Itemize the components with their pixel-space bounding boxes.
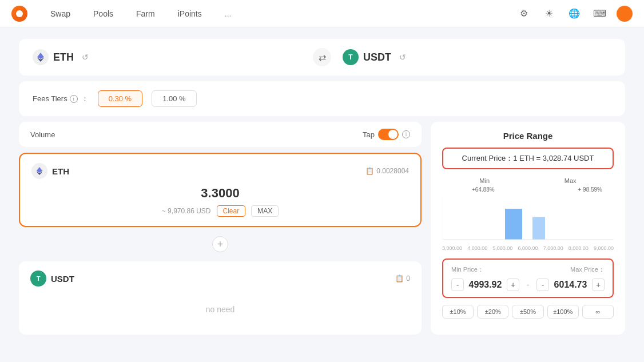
add-icon[interactable]: + <box>212 236 228 252</box>
usdt-input-token-name: USDT <box>51 274 74 284</box>
price-divider: - <box>524 279 532 291</box>
nav-farm[interactable]: Farm <box>136 9 155 18</box>
price-range-title: Price Range <box>442 131 614 141</box>
tap-toggle-wrapper: Tap i <box>363 129 410 140</box>
keyboard-icon[interactable]: ⌨ <box>591 6 607 22</box>
chart-min-label: Min <box>479 177 490 184</box>
clear-button[interactable]: Clear <box>217 205 246 217</box>
price-inputs-box: Min Price： Max Price： - 4993.92 + - - 60… <box>442 258 614 298</box>
volume-label: Volume <box>30 130 55 139</box>
eth-input-footer: ~ 9,970.86 USD Clear MAX <box>31 205 409 217</box>
navbar-right: ⚙ ☀ 🌐 ⌨ <box>516 6 633 22</box>
fee-030-button[interactable]: 0.30 % <box>98 90 142 107</box>
theme-icon[interactable]: ☀ <box>541 6 557 22</box>
nav-swap[interactable]: Swap <box>50 9 70 18</box>
fees-label: Fees Tiers i ： <box>33 94 89 104</box>
price-input-row: - 4993.92 + - - 6014.73 + <box>451 279 605 291</box>
eth-input-header: ETH 📋 0.0028004 <box>31 163 409 179</box>
language-icon[interactable]: 🌐 <box>566 6 582 22</box>
min-price-value[interactable]: 4993.92 <box>467 280 503 290</box>
left-panel: Volume Tap i <box>19 122 422 335</box>
svg-marker-1 <box>37 53 44 59</box>
max-button[interactable]: MAX <box>251 205 279 217</box>
max-price-increase-button[interactable]: + <box>592 279 605 291</box>
nav-ipoints[interactable]: iPoints <box>178 9 202 18</box>
usdt-icon: T <box>343 49 359 65</box>
eth-input-icon <box>31 163 47 179</box>
token2-refresh-icon[interactable]: ↺ <box>399 53 406 62</box>
range-50-button[interactable]: ±50% <box>512 305 543 319</box>
lower-section: Volume Tap i <box>19 122 625 335</box>
token1-name: ETH <box>53 51 74 63</box>
eth-input-card: ETH 📋 0.0028004 3.3000 ~ 9,970.86 USD Cl… <box>19 153 422 227</box>
fees-card: Fees Tiers i ： 0.30 % 1.00 % <box>19 81 625 116</box>
min-price-label: Min Price： <box>451 265 484 274</box>
max-price-side: - 6014.73 + <box>536 279 605 291</box>
eth-token-info: ETH <box>31 163 69 179</box>
main-content: ETH ↺ ⇄ T USDT ↺ Fees Tiers i ： 0.30 % 1… <box>0 27 644 362</box>
usdt-input-icon: T <box>30 270 46 287</box>
max-price-decrease-button[interactable]: - <box>536 279 549 291</box>
nav-links: Swap Pools Farm iPoints ... <box>50 9 493 18</box>
token2-item: T USDT ↺ <box>343 49 611 65</box>
fees-info-icon[interactable]: i <box>70 95 78 103</box>
price-inputs-header: Min Price： Max Price： <box>451 265 605 274</box>
range-inf-button[interactable]: ∞ <box>582 305 614 319</box>
eth-balance: 📋 0.0028004 <box>365 167 409 175</box>
price-chart-svg <box>442 196 614 244</box>
bar1-percent-label: +64.88% <box>472 186 495 193</box>
usdt-balance: 📋 0 <box>395 275 410 283</box>
range-100-button[interactable]: ±100% <box>547 305 579 319</box>
nav-pools[interactable]: Pools <box>93 9 113 18</box>
bar2-percent-label: + 98.59% <box>578 186 602 193</box>
svg-marker-3 <box>37 167 43 173</box>
token1-item: ETH ↺ <box>33 49 301 65</box>
chart-area: +64.88% + 98.59% <box>442 186 614 255</box>
svg-rect-7 <box>505 209 522 240</box>
min-price-decrease-button[interactable]: - <box>451 279 464 291</box>
usdt-input-header: T USDT 📋 0 <box>30 270 410 287</box>
eth-input-token-name: ETH <box>52 166 69 176</box>
avatar[interactable] <box>617 6 633 22</box>
min-price-increase-button[interactable]: + <box>507 279 519 291</box>
token-pair-card: ETH ↺ ⇄ T USDT ↺ <box>19 39 625 75</box>
eth-icon <box>33 49 49 65</box>
range-10-button[interactable]: ±10% <box>442 305 474 319</box>
usdt-input-card: T USDT 📋 0 no need <box>19 261 422 335</box>
navbar: Swap Pools Farm iPoints ... ⚙ ☀ 🌐 ⌨ <box>0 0 644 27</box>
svg-rect-8 <box>532 217 545 239</box>
min-price-side: - 4993.92 + <box>451 279 519 291</box>
settings-icon[interactable]: ⚙ <box>516 6 532 22</box>
tap-label: Tap <box>363 130 375 139</box>
range-buttons: ±10% ±20% ±50% ±100% ∞ <box>442 305 614 319</box>
current-price-text: Current Price：1 ETH = 3,028.74 USDT <box>462 154 594 162</box>
nav-more[interactable]: ... <box>225 9 232 18</box>
chart-x-labels: 3,000.00 4,000.00 5,000.00 6,000.00 7,00… <box>442 245 614 251</box>
volume-info-icon[interactable]: i <box>402 130 410 138</box>
chart-min-max-labels: Min Max <box>442 177 614 184</box>
max-price-value[interactable]: 6014.73 <box>552 280 589 290</box>
chart-max-label: Max <box>565 177 577 184</box>
volume-row: Volume Tap i <box>19 122 422 147</box>
current-price-box: Current Price：1 ETH = 3,028.74 USDT <box>442 148 614 169</box>
no-need-text: no need <box>30 293 410 325</box>
eth-usd-value: ~ 9,970.86 USD <box>162 207 211 215</box>
right-panel: Price Range Current Price：1 ETH = 3,028.… <box>431 122 625 335</box>
usdt-token-info: T USDT <box>30 270 74 287</box>
range-20-button[interactable]: ±20% <box>477 305 508 319</box>
volume-toggle[interactable] <box>378 129 399 140</box>
fee-100-button[interactable]: 1.00 % <box>152 90 196 107</box>
logo[interactable] <box>11 6 27 22</box>
swap-direction-button[interactable]: ⇄ <box>313 48 331 66</box>
token1-refresh-icon[interactable]: ↺ <box>82 53 89 62</box>
content-wrapper: ETH ↺ ⇄ T USDT ↺ Fees Tiers i ： 0.30 % 1… <box>19 39 625 351</box>
max-price-label: Max Price： <box>570 265 605 274</box>
add-row: + <box>19 233 422 256</box>
token2-name: USDT <box>363 51 391 63</box>
svg-point-0 <box>16 10 23 17</box>
eth-input-value[interactable]: 3.3000 <box>31 186 409 201</box>
